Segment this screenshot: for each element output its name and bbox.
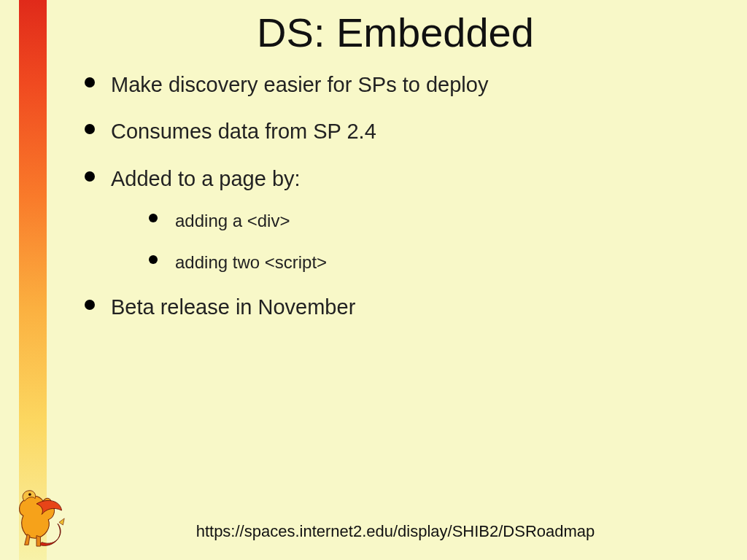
sub-bullet-item: adding a <div> — [144, 209, 718, 232]
sub-bullet-item: adding two <script> — [144, 251, 718, 273]
bullet-text: Added to a page by: — [111, 167, 301, 190]
slide-content: Make discovery easier for SPs to deploy … — [80, 71, 718, 341]
svg-point-0 — [28, 493, 31, 496]
bullet-item: Make discovery easier for SPs to deploy — [80, 71, 718, 98]
sub-bullet-text: adding two <script> — [175, 252, 327, 272]
bullet-item: Added to a page by: adding a <div> addin… — [80, 166, 718, 274]
slide-title: DS: Embedded — [66, 9, 725, 56]
bullet-text: Consumes data from SP 2.4 — [111, 120, 376, 143]
bullet-item: Beta release in November — [80, 294, 718, 320]
footer-url: https://spaces.internet2.edu/display/SHI… — [66, 522, 725, 541]
bullet-text: Beta release in November — [111, 295, 355, 319]
bullet-text: Make discovery easier for SPs to deploy — [111, 73, 488, 96]
sub-bullet-text: adding a <div> — [175, 211, 290, 230]
bullet-item: Consumes data from SP 2.4 — [80, 118, 718, 144]
accent-stripe — [19, 0, 47, 560]
griffin-logo-icon — [3, 481, 70, 554]
